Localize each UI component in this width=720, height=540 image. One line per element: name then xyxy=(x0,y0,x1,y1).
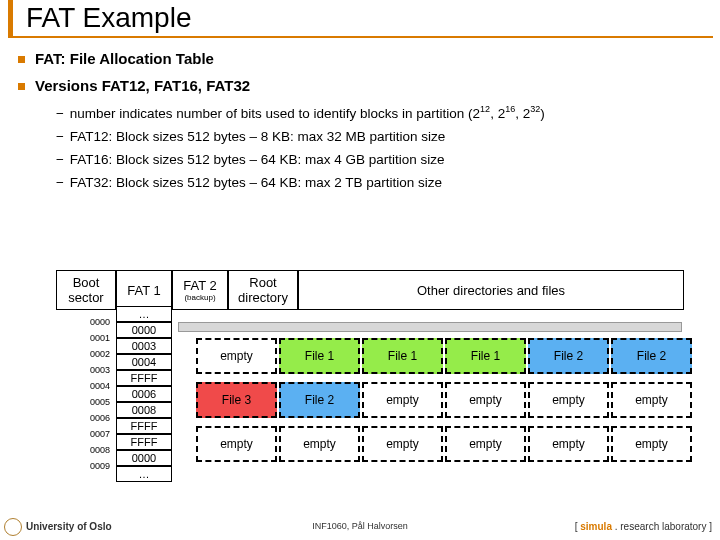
block-pane: empty xyxy=(611,426,692,462)
fat-entry: … xyxy=(116,466,172,482)
fat-index: 0008 xyxy=(90,445,110,455)
expansion-band xyxy=(178,322,682,332)
block-pane: empty xyxy=(445,426,526,462)
bullet-sub: FAT32: Block sizes 512 bytes – 64 KB: ma… xyxy=(56,175,708,190)
fat-index: 0009 xyxy=(90,461,110,471)
accent-underline xyxy=(13,36,713,38)
block-pane: empty xyxy=(196,426,277,462)
header-fat2-label: FAT 2 xyxy=(183,278,216,293)
fat-index: 0001 xyxy=(90,333,110,343)
fat-index: 0002 xyxy=(90,349,110,359)
block-pane: File 3 xyxy=(196,382,277,418)
block-pane: empty xyxy=(362,382,443,418)
bullet-sub: number indicates number of bits used to … xyxy=(56,104,708,121)
footer: University of Oslo INF1060, Pål Halvorse… xyxy=(0,516,720,536)
slide-title: FAT Example xyxy=(26,2,191,34)
bullet-sub: FAT12: Block sizes 512 bytes – 8 KB: max… xyxy=(56,129,708,144)
block-pane: File 2 xyxy=(279,382,360,418)
block-pane: empty xyxy=(611,382,692,418)
accent-vertical xyxy=(8,0,13,38)
footer-university: University of Oslo xyxy=(26,521,112,532)
footer-course: INF1060, Pål Halvorsen xyxy=(312,521,408,531)
block-pane: File 1 xyxy=(279,338,360,374)
uio-crest-icon xyxy=(4,518,22,536)
bullet-main: Versions FAT12, FAT16, FAT32 xyxy=(18,77,708,94)
block-pane: empty xyxy=(528,426,609,462)
fat-entry: 0000 xyxy=(116,450,172,466)
title-bar: FAT Example xyxy=(0,0,720,44)
header-fat2-sub: (backup) xyxy=(184,293,215,302)
bullet-text: Versions FAT12, FAT16, FAT32 xyxy=(35,77,250,94)
block-pane: empty xyxy=(445,382,526,418)
fat-entry: FFFF xyxy=(116,434,172,450)
fat-entry: 0003 xyxy=(116,338,172,354)
bullet-square-icon xyxy=(18,83,25,90)
bullet-sub: FAT16: Block sizes 512 bytes – 64 KB: ma… xyxy=(56,152,708,167)
header-other: Other directories and files xyxy=(298,270,684,310)
block-pane: File 1 xyxy=(445,338,526,374)
fat-entry: FFFF xyxy=(116,418,172,434)
fat-entry: … xyxy=(116,306,172,322)
fat-index: 0006 xyxy=(90,413,110,423)
bullet-square-icon xyxy=(18,56,25,63)
fat-index: 0003 xyxy=(90,365,110,375)
bullet-list: FAT: File Allocation Table Versions FAT1… xyxy=(18,50,708,198)
block-pane: File 1 xyxy=(362,338,443,374)
block-pane: empty xyxy=(279,426,360,462)
fat-entry: FFFF xyxy=(116,370,172,386)
block-pane: empty xyxy=(362,426,443,462)
bullet-text: FAT: File Allocation Table xyxy=(35,50,214,67)
fat-entry: 0006 xyxy=(116,386,172,402)
header-boot-sector: Boot sector xyxy=(56,270,116,310)
header-root-dir: Root directory xyxy=(228,270,298,310)
fat-entry: 0008 xyxy=(116,402,172,418)
fat-index: 0004 xyxy=(90,381,110,391)
fat-index: 0007 xyxy=(90,429,110,439)
block-pane: File 2 xyxy=(611,338,692,374)
fat-index: 0000 xyxy=(90,317,110,327)
block-pane: empty xyxy=(196,338,277,374)
fat-entry: 0000 xyxy=(116,322,172,338)
bullet-main: FAT: File Allocation Table xyxy=(18,50,708,67)
block-pane: File 2 xyxy=(528,338,609,374)
fat-entry: 0004 xyxy=(116,354,172,370)
header-fat1: FAT 1 xyxy=(116,270,172,310)
header-fat2: FAT 2 (backup) xyxy=(172,270,228,310)
block-pane: empty xyxy=(528,382,609,418)
fat-index: 0005 xyxy=(90,397,110,407)
footer-lab: [ simula . research laboratory ] xyxy=(575,521,712,532)
